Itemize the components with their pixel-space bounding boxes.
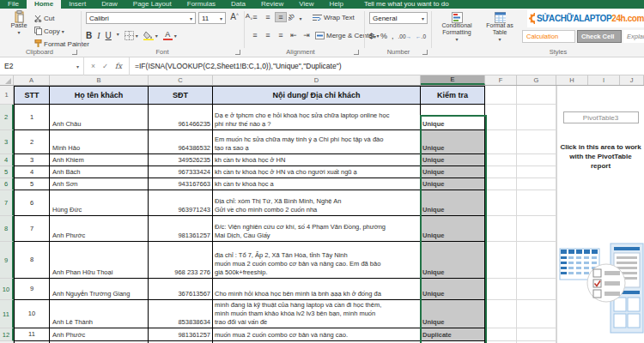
cell-G2[interactable] bbox=[517, 105, 556, 130]
cell-C3[interactable]: 964386532 bbox=[149, 130, 213, 154]
font-color-button[interactable]: A▾ bbox=[163, 31, 177, 40]
tab-page-layout[interactable]: Page Layout bbox=[125, 0, 179, 9]
tab-review[interactable]: Review bbox=[253, 0, 291, 9]
cell-E2[interactable]: Unique bbox=[421, 105, 485, 130]
cell-C9[interactable]: 968 233 276 bbox=[149, 242, 213, 279]
tab-file[interactable]: File bbox=[0, 0, 27, 9]
column-header-B[interactable]: B bbox=[50, 75, 149, 85]
align-center-icon[interactable]: ≡ bbox=[262, 31, 274, 39]
wrap-text-button[interactable]: Wrap Text bbox=[313, 14, 355, 21]
increase-indent-icon[interactable]: ⇥ bbox=[301, 31, 313, 39]
cell-D9[interactable]: địa chỉ : Tổ 7, Ấp 2, Xã Tân Hòa, tỉnh T… bbox=[213, 242, 421, 279]
cell-A11[interactable]: 10 bbox=[14, 300, 50, 328]
cell-C10[interactable]: 367613567 bbox=[149, 279, 213, 300]
tab-formulas[interactable]: Formulas bbox=[179, 0, 223, 9]
underline-dropdown-arrow[interactable]: ▾ bbox=[117, 31, 119, 40]
cell-E9[interactable]: Unique bbox=[421, 242, 485, 279]
column-header-G[interactable]: G bbox=[517, 75, 556, 85]
cell-E8[interactable]: Unique bbox=[421, 216, 485, 242]
alignment-dialog-launcher[interactable] bbox=[354, 50, 359, 55]
cell-A6[interactable]: 5 bbox=[14, 178, 50, 190]
tab-insert[interactable]: Insert bbox=[61, 0, 94, 9]
cell-F1[interactable] bbox=[485, 86, 517, 105]
align-right-icon[interactable]: ≡ bbox=[275, 31, 287, 39]
cell-G12[interactable] bbox=[517, 328, 556, 341]
cell-D11[interactable]: mình đang là kỹ thuật của hàng laptop và… bbox=[213, 300, 421, 328]
cell-C2[interactable]: 961466235 bbox=[149, 105, 213, 130]
row-header-4[interactable]: 4 bbox=[0, 154, 14, 166]
cell-B3[interactable]: Minh Hảo bbox=[50, 130, 149, 154]
cell-E10[interactable]: Unique bbox=[421, 279, 485, 300]
row-header-11[interactable]: 11 bbox=[0, 300, 14, 328]
row-header-9[interactable]: 9 bbox=[0, 242, 14, 279]
cell-E4[interactable]: Unique bbox=[421, 154, 485, 166]
cell-D12[interactable]: muốn mua 2 cuốn combo cơ bản và nâng cao… bbox=[213, 328, 421, 341]
tab-home[interactable]: Home bbox=[27, 0, 61, 9]
cell-F4[interactable] bbox=[485, 154, 517, 166]
cell-A5[interactable]: 4 bbox=[14, 166, 50, 178]
cell-E6[interactable]: Unique bbox=[421, 178, 485, 190]
cell-G3[interactable] bbox=[517, 130, 556, 154]
column-header-A[interactable]: A bbox=[14, 75, 50, 85]
tab-help[interactable]: Help bbox=[321, 0, 350, 9]
cell-F3[interactable] bbox=[485, 130, 517, 154]
row-header-10[interactable]: 10 bbox=[0, 279, 14, 300]
conditional-formatting-button[interactable]: Conditional Formatting ▾ bbox=[436, 12, 477, 42]
row-header-3[interactable]: 3 bbox=[0, 130, 14, 154]
cell-E11[interactable]: Unique bbox=[421, 300, 485, 328]
enter-icon[interactable]: ✓ bbox=[102, 62, 108, 70]
cell-E12[interactable]: Duplicate bbox=[421, 328, 485, 341]
clipboard-dialog-launcher[interactable] bbox=[72, 50, 77, 55]
cell-G7[interactable] bbox=[517, 190, 556, 216]
cell-G6[interactable] bbox=[517, 178, 556, 190]
font-dialog-launcher[interactable] bbox=[235, 50, 240, 55]
cell-A3[interactable]: 2 bbox=[14, 130, 50, 154]
cell-E3[interactable]: Unique bbox=[421, 130, 485, 154]
cell-D6[interactable]: kh cần tv khoá học a bbox=[213, 178, 421, 190]
cell-D7[interactable]: Địa chỉ: xóm Thị Tứ, Xã Bình Minh, Nghệ … bbox=[213, 190, 421, 216]
row-header-12[interactable]: 12 bbox=[0, 328, 14, 341]
cell-G8[interactable] bbox=[517, 216, 556, 242]
align-bottom-icon[interactable]: ≡ bbox=[275, 12, 287, 22]
row-header-8[interactable]: 8 bbox=[0, 216, 14, 242]
cell-G9[interactable] bbox=[517, 242, 556, 279]
cell-G10[interactable] bbox=[517, 279, 556, 300]
bold-button[interactable]: B bbox=[86, 31, 92, 40]
tab-draw[interactable]: Draw bbox=[94, 0, 125, 9]
cell-B5[interactable]: Anh Bách bbox=[50, 166, 149, 178]
cell-B2[interactable]: Anh Châu bbox=[50, 105, 149, 130]
row-header-7[interactable]: 7 bbox=[0, 190, 14, 216]
paste-button[interactable]: Paste ▾ bbox=[7, 11, 31, 35]
column-header-D[interactable]: D bbox=[213, 75, 421, 85]
percent-button[interactable]: % bbox=[380, 32, 387, 40]
cell-E7[interactable]: Unique bbox=[421, 190, 485, 216]
header-cell-name[interactable]: Họ tên khách bbox=[50, 86, 149, 105]
cell-F5[interactable] bbox=[485, 166, 517, 178]
cell-C7[interactable]: 963971243 bbox=[149, 190, 213, 216]
style-check-cell[interactable]: Check Cell bbox=[577, 30, 622, 43]
row-header-5[interactable]: 5 bbox=[0, 166, 14, 178]
style-calculation[interactable]: Calculation bbox=[522, 30, 575, 43]
insert-function-icon[interactable]: fx bbox=[115, 62, 122, 70]
decrease-decimal-button[interactable]: ←.0 bbox=[416, 33, 426, 39]
cell-D2[interactable]: Dạ e ở tphcm cho e hỏi khoá học sửa chữa… bbox=[213, 105, 421, 130]
cell-D5[interactable]: kh cần tv khoá học ở HN và cho người xuấ… bbox=[213, 166, 421, 178]
column-header-F[interactable]: F bbox=[485, 75, 517, 85]
tab-view[interactable]: View bbox=[291, 0, 321, 9]
cell-C8[interactable]: 981361257 bbox=[149, 216, 213, 242]
row-header-1[interactable]: 1 bbox=[0, 86, 14, 105]
tell-me-box[interactable]: Tell me what you want to do bbox=[356, 0, 457, 9]
cell-G11[interactable] bbox=[517, 300, 556, 328]
font-size-select[interactable]: 11▾ bbox=[198, 12, 226, 24]
cell-C12[interactable]: 981361257 bbox=[149, 328, 213, 341]
row-header-6[interactable]: 6 bbox=[0, 178, 14, 190]
cancel-icon[interactable]: × bbox=[91, 62, 95, 70]
cell-D8[interactable]: Đ/c: Viện nghiên cứu cơ khí, số 4 Phạm V… bbox=[213, 216, 421, 242]
cell-F9[interactable] bbox=[485, 242, 517, 279]
cell-A12[interactable]: 11 bbox=[14, 328, 50, 341]
cell-G5[interactable] bbox=[517, 166, 556, 178]
cell-B12[interactable]: Anh Phước bbox=[50, 328, 149, 341]
column-header-J[interactable]: J bbox=[620, 75, 644, 85]
cell-B8[interactable]: Anh Phước bbox=[50, 216, 149, 242]
cell-A9[interactable]: 8 bbox=[14, 242, 50, 279]
